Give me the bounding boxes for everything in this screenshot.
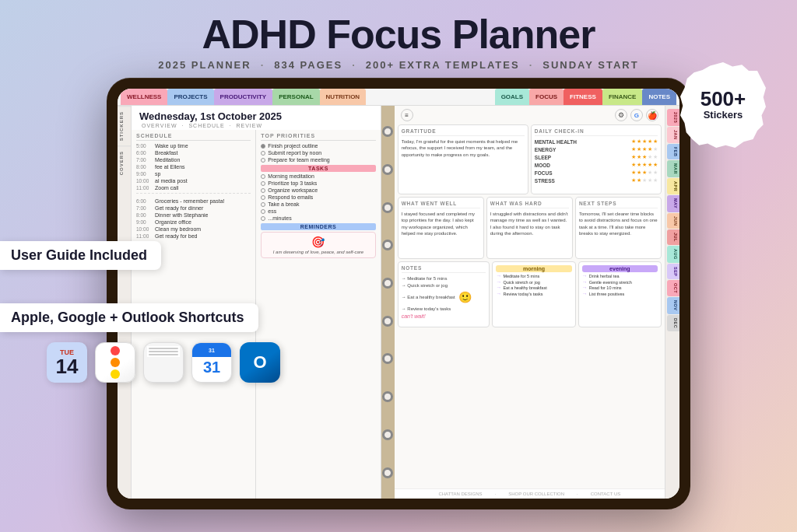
right-tabs: 2025 JAN FEB MAR APR MAY JUN JUL AUG SEP… [665, 106, 679, 499]
right-tab-dec[interactable]: DEC [667, 315, 679, 331]
tab-productivity[interactable]: PRODUCTIVITY [214, 89, 273, 105]
right-tab-aug[interactable]: AUG [667, 246, 679, 263]
schedule-item: 6:00Breakfast [136, 150, 251, 156]
schedule-item: 9:00sp [136, 171, 251, 177]
evening-item: →List three positives [582, 292, 658, 296]
morning-item: →Quick stretch or jog [496, 280, 571, 285]
right-tab-jan[interactable]: JAN [667, 127, 679, 143]
page-title: ADHD Focus Planner [0, 14, 797, 54]
schedule-item: 8:00Dinner with Stephanie [136, 212, 251, 218]
date-widget: TUE 14 [47, 342, 87, 383]
schedule-item: 5:00Wake up time [136, 143, 251, 149]
right-tab-year[interactable]: 2025 [667, 109, 679, 126]
tablet-footer: CHATTAN DESIGNS · SHOP OUR COLLECTION · … [395, 488, 665, 499]
schedule-header: SCHEDULE [136, 133, 251, 141]
tab-personal[interactable]: PERSONAL [272, 89, 319, 105]
schedule-item: 8:00fee at Ellens [136, 164, 251, 170]
schedule-item: 6:00Groceries - remember pasta! [136, 198, 251, 204]
priority-item: Prepare for team meeting [261, 157, 375, 163]
task-item: Organize workspace [261, 187, 375, 193]
outlook-icon[interactable]: O [240, 342, 280, 383]
right-tab-feb[interactable]: FEB [667, 144, 679, 160]
what-was-hard-box: WHAT WAS HARD I struggled with distracti… [486, 197, 573, 259]
settings-icon[interactable]: ⚙ [615, 109, 627, 121]
right-tab-may[interactable]: MAY [667, 195, 679, 212]
tab-nutrition[interactable]: NUTRITION [320, 89, 367, 105]
task-item: Prioritize top 3 tasks [261, 180, 375, 186]
day-nav: OVERVIEW · SCHEDULE · REVIEW [139, 123, 373, 128]
schedule-item: 10:00al media post [136, 178, 251, 184]
gratitude-box: GRATITUDE Today, I'm grateful for the qu… [398, 124, 528, 194]
notes-box: NOTES → Meditate for 5 mins → Quick stre… [398, 261, 490, 327]
notes-app-icon[interactable] [143, 342, 184, 383]
right-tab-nov[interactable]: NOV [667, 297, 679, 313]
morning-item: →Meditate for 5 mins [496, 274, 571, 278]
google-calendar-icon[interactable]: 31 31 [191, 342, 232, 383]
menu-icon[interactable]: ≡ [401, 109, 413, 121]
schedule-item: 11:00Get ready for bed [136, 233, 251, 239]
evening-item: →Read for 10 mins [582, 285, 658, 290]
daily-checkin-box: DAILY CHECK-IN MENTAL HEALTH ★★★★★ ENERG… [531, 124, 662, 194]
right-tab-jul[interactable]: JUL [667, 229, 679, 245]
reminders-label: REMINDERS [261, 223, 375, 230]
subtitle-bar: 2025 PLANNER · 834 PAGES · 200+ EXTRA TE… [0, 59, 797, 71]
priority-item: Finish project outline [261, 143, 375, 149]
evening-box: evening →Drink herbal tea →Gentle evenin… [578, 261, 662, 327]
schedule-item: 10:00Clean my bedroom [136, 226, 251, 232]
reminders-app-icon[interactable] [95, 342, 135, 383]
morning-box: morning →Meditate for 5 mins →Quick stre… [492, 261, 575, 327]
sticker-badge: 500+ Stickers [680, 62, 766, 148]
priorities-header: TOP PRIORITIES [261, 133, 375, 141]
right-tab-jun[interactable]: JUN [667, 213, 679, 229]
ring-binder [381, 106, 395, 499]
evening-item: →Drink herbal tea [582, 274, 658, 278]
task-item: ...minutes [261, 215, 375, 221]
tab-focus[interactable]: FOCUS [529, 89, 564, 105]
tab-bar: WELLNESS PROJECTS PRODUCTIVITY PERSONAL … [118, 89, 679, 106]
tasks-label: TASKS [261, 165, 375, 172]
tab-projects[interactable]: PROJECTS [167, 89, 213, 105]
right-tab-oct[interactable]: OCT [667, 280, 679, 296]
right-tab-sep[interactable]: SEP [667, 264, 679, 280]
shortcuts-badge: Apple, Google + Outlook Shortcuts [0, 303, 258, 332]
schedule-item: 7:00Get ready for dinner [136, 205, 251, 211]
day-title: Wednesday, 1st October 2025 [139, 110, 373, 122]
task-item: Morning meditation [261, 173, 375, 179]
next-steps-box: NEXT STEPS Tomorrow, I'll set clearer ti… [575, 197, 662, 259]
tab-notes[interactable]: NOTES [642, 89, 676, 105]
affirmation-text: I am deserving of love, peace, and self-… [273, 250, 363, 254]
evening-item: →Gentle evening stretch [582, 280, 658, 285]
app-icons-row: TUE 14 31 31 O [47, 342, 280, 383]
schedule-item: 11:00Zoom call [136, 185, 251, 191]
priority-item: Submit report by noon [261, 150, 375, 156]
side-labels: STICKERS COVERS [118, 106, 132, 499]
right-top-icons: ≡ ⚙ G 🍎 [395, 106, 665, 124]
task-item: Take a break [261, 201, 375, 207]
tab-fitness[interactable]: FITNESS [564, 89, 602, 105]
schedule-item: 9:00Organize office [136, 219, 251, 225]
task-item: Respond to emails [261, 194, 375, 200]
tab-wellness[interactable]: WELLNESS [121, 89, 167, 105]
apple-icon[interactable]: 🍎 [646, 109, 658, 121]
morning-item: →Review today's tasks [496, 292, 571, 296]
what-went-well-box: WHAT WENT WELL I stayed focused and comp… [398, 197, 484, 259]
task-item: ess [261, 208, 375, 214]
google-icon[interactable]: G [630, 109, 643, 121]
user-guide-badge: User Guide Included [0, 241, 161, 270]
right-tab-apr[interactable]: APR [667, 178, 679, 194]
right-tab-mar[interactable]: MAR [667, 160, 679, 177]
schedule-item: 7:00Meditation [136, 157, 251, 163]
tab-goals[interactable]: GOALS [495, 89, 529, 105]
tab-finance[interactable]: FINANCE [602, 89, 643, 105]
morning-item: →Eat a healthy breakfast [496, 285, 571, 290]
